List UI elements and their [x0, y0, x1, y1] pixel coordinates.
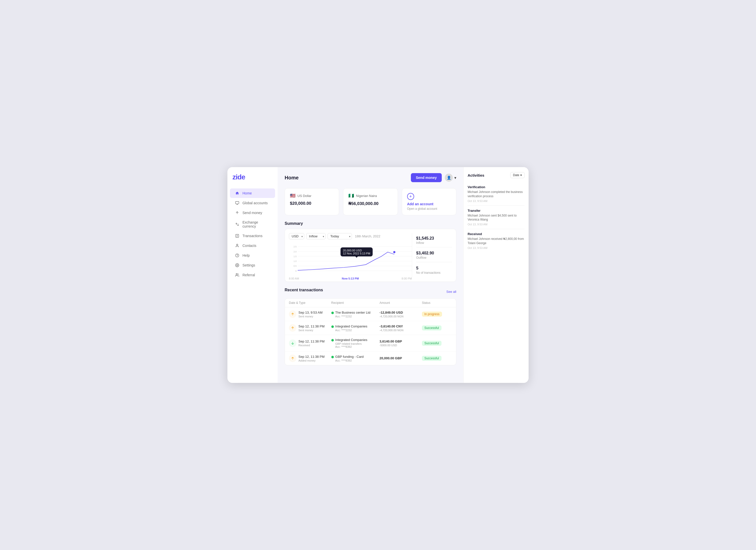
nav-icon-send-money [235, 211, 239, 215]
status-badge: Successful [422, 325, 442, 330]
flow-filter[interactable]: Inflow Outflow [306, 233, 326, 240]
sidebar-item-transactions[interactable]: Transactions [230, 231, 275, 241]
tx-type: Sent money [298, 315, 323, 318]
date-filter-chevron: ▾ [520, 173, 522, 177]
tx-amount-cell: -3,6140.00 CNY -4,720,000.00 NGN [380, 324, 422, 332]
usd-amount: $20,000.00 [290, 201, 334, 206]
svg-text:0: 0 [295, 270, 297, 272]
col-recipient: Recipient [331, 301, 380, 304]
see-all-link[interactable]: See all [446, 290, 456, 293]
tx-date: Sep 12, 11:38 PM [298, 324, 325, 328]
tx-recipient-cell: The Business center Ltd Acc: ****2232 [331, 310, 380, 318]
add-account-card[interactable]: + Add an account Open a global account [402, 188, 456, 215]
activity-type-0: Verification [468, 185, 525, 189]
currency-filter[interactable]: USD NGN GBP [289, 233, 304, 240]
stat-inflow: $1,545.23 Inflow [416, 234, 452, 248]
tx-type-icon [289, 354, 296, 362]
tx-recipient-cell: Integrated Companies Acc: ****2232 [331, 324, 380, 332]
nav-icon-help [235, 253, 239, 258]
svg-point-9 [236, 274, 237, 275]
summary-section: Summary USD NGN GBP Inflo [285, 221, 456, 282]
date-filter-button[interactable]: Date ▾ [510, 172, 525, 178]
table-row[interactable]: Sep 12, 11:38 PM Received Integrated Com… [285, 335, 456, 351]
sidebar-item-global-accounts[interactable]: Global accounts [230, 198, 275, 208]
tx-date-cell: Sep 12, 11:38 PM Received [289, 339, 331, 347]
activity-type-1: Transfer [468, 209, 525, 213]
sidebar-item-home[interactable]: Home [230, 189, 275, 198]
transactions-title: Recent transactions [285, 288, 323, 292]
nav-label-contacts: Contacts [242, 244, 256, 248]
activities-header: Activities Date ▾ [468, 172, 525, 178]
status-badge: Successful [422, 341, 442, 346]
activity-item: Transfer Michael Johnson sent $4,500 sen… [468, 206, 525, 229]
app-container: zide HomeGlobal accountsSend moneyExchan… [227, 167, 529, 383]
tx-date-cell: Sep 13, 9:53 AM Sent money [289, 310, 331, 318]
sidebar-item-referral[interactable]: Referral [230, 270, 275, 280]
tx-type: Added money [298, 359, 325, 362]
tx-status-cell: Successful [422, 325, 452, 330]
tx-type: Sent money [298, 329, 325, 332]
user-avatar: 👤 [445, 174, 453, 182]
tx-amount-primary: -12,849.00 USD [380, 310, 422, 314]
svg-rect-0 [235, 202, 239, 204]
transactions-table: Date & Type Recipient Amount Status Sep … [285, 298, 456, 365]
nav-label-referral: Referral [242, 273, 255, 277]
period-filter-wrap: Today This week This month [328, 233, 352, 240]
status-badge: Successful [422, 356, 442, 361]
tx-status-cell: In progress [422, 311, 452, 317]
main-content: Home Send money 👤 ▾ 🇺🇸 US Dollar $20,000… [278, 167, 463, 383]
activity-time-1: Oct 13, 9:53 AM [468, 223, 525, 226]
svg-point-5 [236, 244, 238, 246]
stat-outflow: $3,402.90 Outflow [416, 249, 452, 262]
activity-type-2: Received [468, 232, 525, 236]
sidebar-item-exchange-currency[interactable]: Exchange currency [230, 218, 275, 231]
svg-text:1.0: 1.0 [293, 260, 296, 263]
outflow-value: $3,402.90 [416, 251, 452, 256]
sidebar-item-send-money[interactable]: Send money [230, 208, 275, 218]
account-usd-header: 🇺🇸 US Dollar [290, 193, 334, 199]
table-header: Date & Type Recipient Amount Status [285, 298, 456, 307]
user-menu-button[interactable]: 👤 ▾ [445, 174, 456, 182]
tx-recipient-acc: Acc: ****8392 [335, 359, 364, 362]
tx-status-cell: Successful [422, 356, 452, 361]
tx-recipient-acc: GBP related transfersAcc: ****8392 [335, 342, 367, 348]
activity-item: Verification Michael Johnson completed t… [468, 182, 525, 206]
recipient-status-dot [331, 339, 334, 341]
nav-label-exchange-currency: Exchange currency [242, 220, 270, 228]
table-row[interactable]: Sep 13, 9:53 AM Sent money The Business … [285, 307, 456, 321]
period-filter[interactable]: Today This week This month [328, 233, 352, 240]
tx-recipient-name: GBP funding - Card [335, 355, 364, 358]
svg-text:2.0: 2.0 [293, 251, 296, 253]
sidebar-item-contacts[interactable]: Contacts [230, 241, 275, 251]
sidebar-item-settings[interactable]: Settings [230, 261, 275, 270]
tx-count-value: 5 [416, 266, 452, 271]
page-title: Home [285, 175, 299, 181]
sidebar: zide HomeGlobal accountsSend moneyExchan… [227, 167, 278, 383]
chart-x-labels: 8:00 AM Now 5:13 PM 8:00 PM [289, 277, 412, 280]
nav-label-settings: Settings [242, 263, 255, 267]
tx-amount-primary: -3,6140.00 CNY [380, 324, 422, 328]
ngn-amount: ₦56,030,000.00 [348, 201, 392, 206]
add-account-plus-icon: + [407, 193, 414, 200]
tx-recipient-name: Integrated Companies [335, 324, 367, 328]
account-card-ngn[interactable]: 🇳🇬 Nigerian Naira ₦56,030,000.00 [343, 188, 398, 215]
table-row[interactable]: Sep 12, 11:38 PM Sent money Integrated C… [285, 321, 456, 335]
nav-icon-contacts [235, 244, 239, 248]
inflow-value: $1,545.23 [416, 236, 452, 241]
account-ngn-header: 🇳🇬 Nigerian Naira [348, 193, 392, 199]
nav-icon-home [235, 191, 239, 196]
send-money-button[interactable]: Send money [411, 173, 442, 182]
tx-type-icon [289, 324, 296, 332]
tx-recipient-cell: Integrated Companies GBP related transfe… [331, 338, 380, 348]
account-card-usd[interactable]: 🇺🇸 US Dollar $20,000.00 [285, 188, 339, 215]
summary-card: USD NGN GBP Inflow Outflow [285, 229, 456, 282]
nav-label-help: Help [242, 254, 250, 258]
outflow-label: Outflow [416, 256, 452, 260]
x-label-right: 8:00 PM [402, 277, 412, 280]
col-amount: Amount [380, 301, 422, 304]
table-row[interactable]: Sep 12, 11:38 PM Added money GBP funding… [285, 351, 456, 365]
nav-label-global-accounts: Global accounts [242, 201, 268, 205]
sidebar-item-help[interactable]: Help [230, 251, 275, 260]
chart-container: 20,000.00 USD 12 Nov, 2022 5:13 PM [289, 243, 412, 277]
tx-date: Sep 12, 11:38 PM [298, 339, 325, 343]
